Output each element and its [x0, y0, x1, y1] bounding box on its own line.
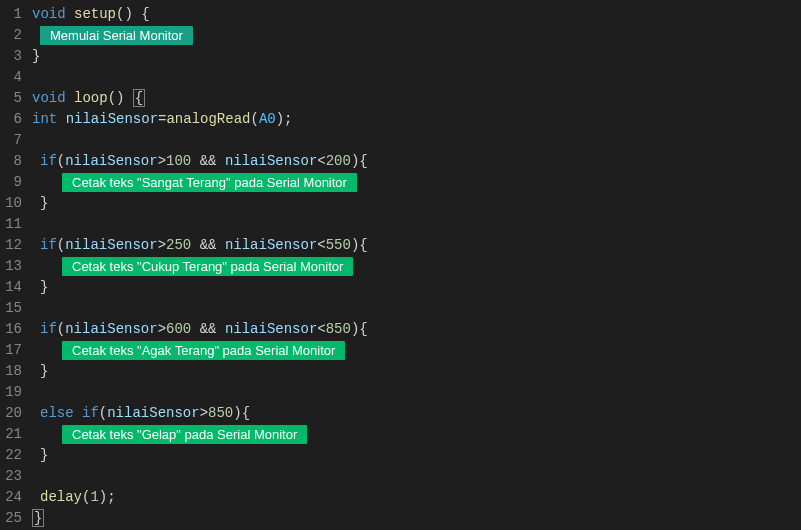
code-line[interactable]: delay(1); — [30, 487, 801, 508]
variable: nilaiSensor — [65, 321, 157, 337]
variable: nilaiSensor — [107, 405, 199, 421]
line-number: 4 — [4, 67, 22, 88]
paren: ){ — [233, 405, 250, 421]
brace: } — [40, 363, 48, 379]
code-line[interactable] — [30, 67, 801, 88]
code-line[interactable] — [30, 214, 801, 235]
line-number: 18 — [4, 361, 22, 382]
code-line[interactable]: Cetak teks "Cukup Terang" pada Serial Mo… — [30, 256, 801, 277]
code-block-placeholder[interactable]: Cetak teks "Agak Terang" pada Serial Mon… — [62, 341, 345, 360]
variable: nilaiSensor — [65, 237, 157, 253]
paren: ){ — [351, 237, 368, 253]
code-block-placeholder[interactable]: Memulai Serial Monitor — [40, 26, 193, 45]
line-number: 11 — [4, 214, 22, 235]
code-editor[interactable]: void setup() { Memulai Serial Monitor } … — [30, 0, 801, 530]
code-line[interactable] — [30, 130, 801, 151]
line-number: 12 — [4, 235, 22, 256]
operator: > — [158, 153, 166, 169]
line-number: 17 — [4, 340, 22, 361]
line-number: 2 — [4, 25, 22, 46]
code-line[interactable] — [30, 466, 801, 487]
type-keyword: int — [32, 111, 57, 127]
operator: && — [191, 153, 225, 169]
operator: > — [158, 321, 166, 337]
line-number: 16 — [4, 319, 22, 340]
code-line[interactable] — [30, 298, 801, 319]
keyword: void — [32, 6, 66, 22]
keyword: if — [40, 321, 57, 337]
brace: } — [40, 195, 48, 211]
function-call: delay — [40, 489, 82, 505]
brace: } — [32, 48, 40, 64]
line-number: 7 — [4, 130, 22, 151]
code-block-placeholder[interactable]: Cetak teks "Cukup Terang" pada Serial Mo… — [62, 257, 353, 276]
function-name: setup — [74, 6, 116, 22]
line-number: 3 — [4, 46, 22, 67]
variable: nilaiSensor — [225, 321, 317, 337]
paren: ( — [99, 405, 107, 421]
line-number: 19 — [4, 382, 22, 403]
operator: && — [191, 237, 225, 253]
line-number: 14 — [4, 277, 22, 298]
paren: ); — [99, 489, 116, 505]
line-number: 25 — [4, 508, 22, 529]
keyword: else if — [40, 405, 99, 421]
paren: ); — [276, 111, 293, 127]
code-line[interactable] — [30, 382, 801, 403]
code-line[interactable]: } — [30, 46, 801, 67]
line-number: 9 — [4, 172, 22, 193]
brace: } — [40, 279, 48, 295]
constant: A0 — [259, 111, 276, 127]
variable: nilaiSensor — [225, 237, 317, 253]
line-number: 24 — [4, 487, 22, 508]
code-line[interactable]: } — [30, 361, 801, 382]
line-number-gutter: 1234567891011121314151617181920212223242… — [0, 0, 30, 530]
code-line[interactable]: Memulai Serial Monitor — [30, 25, 801, 46]
code-line[interactable]: } — [30, 193, 801, 214]
code-block-placeholder[interactable]: Cetak teks "Gelap" pada Serial Monitor — [62, 425, 307, 444]
variable: nilaiSensor — [65, 153, 157, 169]
paren: ( — [250, 111, 258, 127]
variable: nilaiSensor — [225, 153, 317, 169]
line-number: 21 — [4, 424, 22, 445]
code-line[interactable]: Cetak teks "Gelap" pada Serial Monitor — [30, 424, 801, 445]
code-text: () — [108, 90, 133, 106]
number: 850 — [208, 405, 233, 421]
paren: ){ — [351, 321, 368, 337]
code-line[interactable]: else if(nilaiSensor>850){ — [30, 403, 801, 424]
line-number: 6 — [4, 109, 22, 130]
operator: && — [191, 321, 225, 337]
keyword: if — [40, 237, 57, 253]
operator: < — [317, 153, 325, 169]
code-line[interactable]: if(nilaiSensor>250 && nilaiSensor<550){ — [30, 235, 801, 256]
code-line[interactable]: } — [30, 445, 801, 466]
code-line[interactable]: int nilaiSensor=analogRead(A0); — [30, 109, 801, 130]
paren: ){ — [351, 153, 368, 169]
line-number: 22 — [4, 445, 22, 466]
variable: nilaiSensor — [66, 111, 158, 127]
number: 850 — [326, 321, 351, 337]
code-line[interactable]: Cetak teks "Sangat Terang" pada Serial M… — [30, 172, 801, 193]
number: 100 — [166, 153, 191, 169]
code-line[interactable]: } — [30, 508, 801, 529]
code-line[interactable]: } — [30, 277, 801, 298]
cursor-brace: { — [133, 89, 145, 107]
code-line[interactable]: void setup() { — [30, 4, 801, 25]
line-number: 13 — [4, 256, 22, 277]
code-line[interactable]: if(nilaiSensor>100 && nilaiSensor<200){ — [30, 151, 801, 172]
line-number: 20 — [4, 403, 22, 424]
operator: < — [317, 237, 325, 253]
paren: ( — [57, 237, 65, 253]
line-number: 10 — [4, 193, 22, 214]
paren: ( — [57, 321, 65, 337]
code-text: () { — [116, 6, 150, 22]
code-line[interactable]: Cetak teks "Agak Terang" pada Serial Mon… — [30, 340, 801, 361]
code-line[interactable]: void loop() { — [30, 88, 801, 109]
paren: ( — [57, 153, 65, 169]
code-line[interactable]: if(nilaiSensor>600 && nilaiSensor<850){ — [30, 319, 801, 340]
number: 200 — [326, 153, 351, 169]
keyword: void — [32, 90, 66, 106]
cursor-brace: } — [32, 509, 44, 527]
code-block-placeholder[interactable]: Cetak teks "Sangat Terang" pada Serial M… — [62, 173, 357, 192]
operator: > — [158, 237, 166, 253]
